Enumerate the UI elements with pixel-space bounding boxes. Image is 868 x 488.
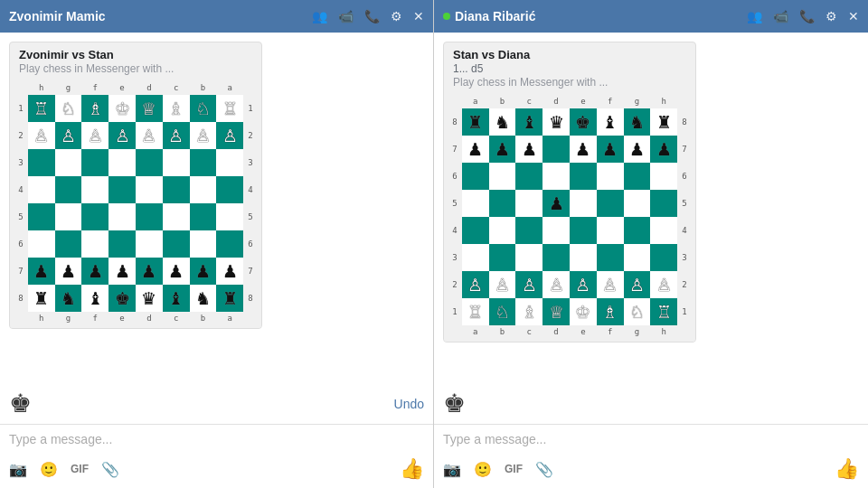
video-icon-2[interactable]: 📹 (773, 9, 788, 23)
online-indicator-2 (443, 13, 450, 20)
gif-button-2[interactable]: GIF (505, 463, 523, 475)
chat-body-2: Stan vs Diana 1... d5 Play chess in Mess… (434, 33, 868, 383)
video-icon-1[interactable]: 📹 (338, 9, 354, 23)
chat-header-2: Diana Ribarić 👥 📹 📞 ⚙ ✕ (434, 0, 868, 33)
emoji-icon-1[interactable]: 🙂 (40, 461, 58, 478)
chess-message-1: Zvonimir vs Stan Play chess in Messenger… (9, 42, 424, 329)
gif-button-1[interactable]: GIF (71, 463, 89, 475)
chess-card-2: Stan vs Diana 1... d5 Play chess in Mess… (443, 42, 696, 343)
chess-game-move-2: 1... d5 (453, 62, 686, 75)
message-input-2[interactable] (443, 432, 859, 446)
emoji-icon-2[interactable]: 🙂 (474, 461, 492, 478)
contact-name-1: Zvonimir Mamic (9, 9, 312, 23)
header-icons-2: 👥 📹 📞 ⚙ ✕ (747, 9, 859, 23)
chat-input-row-2 (434, 425, 868, 454)
chess-king-icon-1: ♚ (9, 389, 32, 418)
phone-icon-2[interactable]: 📞 (799, 9, 815, 23)
chat-window-1: Zvonimir Mamic 👥 📹 📞 ⚙ ✕ Zvonimir vs Sta… (0, 0, 434, 488)
chat-input-row-1 (0, 425, 433, 454)
chess-game-subtitle-1: Play chess in Messenger with ... (19, 62, 252, 75)
close-icon-2[interactable]: ✕ (848, 9, 859, 23)
chat-window-2: Diana Ribarić 👥 📹 📞 ⚙ ✕ Stan vs Diana 1.… (434, 0, 868, 488)
chess-card-header-2: Stan vs Diana 1... d5 Play chess in Mess… (444, 42, 695, 90)
chess-card-1: Zvonimir vs Stan Play chess in Messenger… (9, 42, 262, 329)
close-icon-1[interactable]: ✕ (413, 9, 424, 23)
chess-game-subtitle-2: Play chess in Messenger with ... (453, 76, 686, 89)
chess-board-1: hgfedcba1♖♘♗♔♕♗♘♖12♙♙♙♙♙♙♙♙2334455667♟♟♟… (14, 80, 258, 324)
like-button-2[interactable]: 👍 (835, 457, 859, 481)
attach-icon-2[interactable]: 📎 (535, 461, 553, 478)
undo-button-1[interactable]: Undo (394, 397, 424, 411)
chess-king-icon-2: ♚ (443, 389, 466, 418)
contact-name-2: Diana Ribarić (455, 9, 747, 23)
settings-icon-1[interactable]: ⚙ (391, 9, 402, 23)
chess-game-title-1: Zvonimir vs Stan (19, 48, 252, 61)
add-friend-icon-1[interactable]: 👥 (312, 9, 327, 23)
header-icons-1: 👥 📹 📞 ⚙ ✕ (312, 9, 424, 23)
chat-header-1: Zvonimir Mamic 👥 📹 📞 ⚙ ✕ (0, 0, 433, 33)
chess-footer-1: ♚ Undo (0, 383, 433, 424)
message-input-1[interactable] (9, 432, 424, 446)
attach-icon-1[interactable]: 📎 (101, 461, 119, 478)
chat-input-area-2: 📷 🙂 GIF 📎 👍 (434, 424, 868, 488)
phone-icon-1[interactable]: 📞 (364, 9, 380, 23)
chat-input-area-1: 📷 🙂 GIF 📎 👍 (0, 424, 433, 488)
camera-icon-1[interactable]: 📷 (9, 461, 27, 478)
chess-board-2: abcdefgh8♜♞♝♛♚♝♞♜87♟♟♟♟♟♟♟7665♟544332♙♙♙… (448, 94, 692, 338)
like-button-1[interactable]: 👍 (400, 457, 424, 481)
chess-card-header-1: Zvonimir vs Stan Play chess in Messenger… (10, 42, 261, 77)
chess-footer-2: ♚ (434, 383, 868, 424)
settings-icon-2[interactable]: ⚙ (826, 9, 837, 23)
add-friend-icon-2[interactable]: 👥 (747, 9, 762, 23)
chat-bottom-icons-1: 📷 🙂 GIF 📎 👍 (0, 454, 433, 488)
chess-game-title-2: Stan vs Diana (453, 48, 686, 61)
camera-icon-2[interactable]: 📷 (443, 461, 461, 478)
chat-body-1: Zvonimir vs Stan Play chess in Messenger… (0, 33, 433, 383)
chess-message-2: Stan vs Diana 1... d5 Play chess in Mess… (443, 42, 859, 343)
chat-bottom-icons-2: 📷 🙂 GIF 📎 👍 (434, 454, 868, 488)
